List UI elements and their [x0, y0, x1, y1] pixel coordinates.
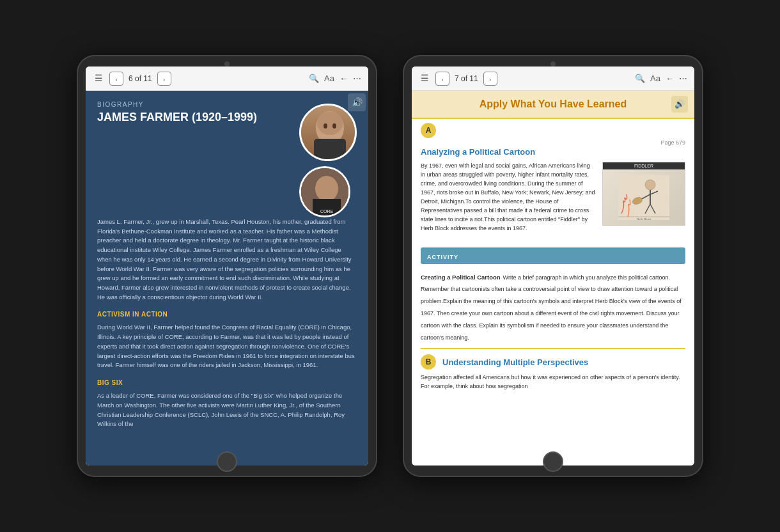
right-page-indicator: 7 of 11: [452, 74, 481, 83]
right-more-icon[interactable]: ⋯: [679, 74, 688, 83]
activism-paragraph: During World War II, Farmer helped found…: [97, 323, 357, 370]
activity-label: ACTIVITY: [427, 254, 458, 260]
right-menu-icon[interactable]: ☰: [418, 72, 432, 85]
big-six-heading: BIG SIX: [97, 379, 357, 386]
activity-text: Write a brief paragraph in which you ana…: [421, 274, 682, 341]
right-prev-btn[interactable]: ‹: [435, 72, 449, 86]
left-search-icon[interactable]: 🔍: [309, 74, 319, 83]
svg-point-6: [315, 176, 338, 201]
right-nav: ‹ 7 of 11 ›: [435, 72, 497, 86]
activity-bar: ACTIVITY: [421, 247, 685, 264]
left-font-icon[interactable]: Aa: [324, 74, 334, 83]
left-camera: [224, 61, 230, 66]
right-search-icon[interactable]: 🔍: [635, 74, 645, 83]
biography-title: JAMES FARMER (1920–1999): [97, 111, 293, 124]
left-next-btn[interactable]: ›: [157, 72, 171, 86]
left-toolbar-right: 🔍 Aa ← ⋯: [309, 74, 362, 83]
left-tablet: ☰ ‹ 6 of 11 › 🔍 Aa ← ⋯ 🔊 BIOGRAPHY: [77, 55, 377, 477]
right-font-icon[interactable]: Aa: [650, 74, 660, 83]
right-header-title: Apply What You Have Learned: [480, 98, 627, 110]
right-next-btn[interactable]: ›: [483, 72, 497, 86]
left-menu-icon[interactable]: ☰: [92, 72, 105, 85]
right-header: Apply What You Have Learned 🔊: [412, 91, 694, 119]
portrait-small: CORE: [299, 166, 350, 217]
left-text-column: BIOGRAPHY JAMES FARMER (1920–1999): [97, 101, 293, 217]
section-b-marker: B: [421, 354, 436, 370]
svg-rect-7: [313, 199, 341, 217]
right-screen: ☰ ‹ 7 of 11 › 🔍 Aa ← ⋯ Apply What You Ha…: [412, 66, 694, 465]
section-a-row: A: [412, 119, 694, 138]
svg-point-3: [324, 123, 327, 129]
left-prev-btn[interactable]: ‹: [109, 72, 123, 86]
activity-title: Creating a Political Cartoon: [421, 274, 501, 281]
big-six-paragraph: As a leader of CORE, Farmer was consider…: [97, 391, 357, 429]
cartoon-svg: Herb Block: [618, 175, 669, 220]
svg-point-4: [332, 123, 336, 129]
right-camera: [550, 61, 556, 66]
left-nav: ‹ 6 of 11 ›: [109, 72, 171, 86]
cartoon-image: Herb Block: [603, 169, 685, 225]
section-a-marker: A: [421, 123, 436, 138]
section-b-title: Understanding Multiple Perspectives: [442, 357, 588, 367]
section-a-content: By 1967, even with legal and social gain…: [421, 162, 685, 233]
right-home-btn[interactable]: [543, 451, 563, 472]
political-cartoon: FIDDLER: [602, 162, 685, 226]
left-more-icon[interactable]: ⋯: [353, 74, 362, 83]
right-body: A Page 679 Analyzing a Political Cartoon…: [412, 119, 694, 465]
right-back-icon[interactable]: ←: [666, 74, 674, 83]
svg-rect-2: [314, 139, 346, 161]
section-b-text: Segregation affected all Americans but h…: [412, 373, 694, 391]
section-divider: [421, 348, 685, 349]
left-inner: BIOGRAPHY JAMES FARMER (1920–1999): [97, 101, 357, 217]
left-home-btn[interactable]: [217, 451, 237, 472]
section-a-paragraph: By 1967, even with legal and social gain…: [421, 162, 596, 233]
portrait-face-2: CORE: [301, 168, 348, 215]
svg-point-1: [317, 112, 343, 135]
biography-label: BIOGRAPHY: [97, 101, 293, 108]
page-number: Page 679: [412, 138, 694, 147]
left-screen: ☰ ‹ 6 of 11 › 🔍 Aa ← ⋯ 🔊 BIOGRAPHY: [86, 66, 368, 465]
activity-content: Creating a Political Cartoon Write a bri…: [412, 267, 694, 348]
bio-paragraph: James L. Farmer, Jr., grew up in Marshal…: [97, 217, 357, 302]
portrait-face-1: [301, 106, 355, 159]
portrait-large: [299, 104, 357, 161]
right-toolbar: ☰ ‹ 7 of 11 › 🔍 Aa ← ⋯: [412, 66, 694, 91]
svg-text:Herb Block: Herb Block: [636, 217, 651, 220]
activism-heading: ACTIVISM IN ACTION: [97, 311, 357, 318]
section-a-title: Analyzing a Political Cartoon: [421, 147, 685, 157]
left-text-area: BIOGRAPHY JAMES FARMER (1920–1999): [86, 91, 368, 448]
right-toolbar-right: 🔍 Aa ← ⋯: [635, 74, 688, 83]
left-back-icon[interactable]: ←: [339, 74, 348, 83]
right-audio-btn[interactable]: 🔊: [671, 96, 688, 113]
section-a: Analyzing a Political Cartoon By 1967, e…: [412, 147, 694, 245]
left-content: 🔊 BIOGRAPHY JAMES FARMER (1920–1999): [86, 91, 368, 465]
right-tablet: ☰ ‹ 7 of 11 › 🔍 Aa ← ⋯ Apply What You Ha…: [403, 55, 703, 477]
svg-point-10: [645, 180, 655, 190]
cartoon-title: FIDDLER: [603, 162, 685, 169]
svg-text:CORE: CORE: [320, 209, 334, 214]
section-b-row: B Understanding Multiple Perspectives: [421, 354, 685, 370]
left-toolbar: ☰ ‹ 6 of 11 › 🔍 Aa ← ⋯: [86, 66, 368, 91]
portraits: CORE: [299, 104, 357, 217]
left-page-indicator: 6 of 11: [126, 74, 155, 83]
right-content: Apply What You Have Learned 🔊 A Page 679…: [412, 91, 694, 465]
